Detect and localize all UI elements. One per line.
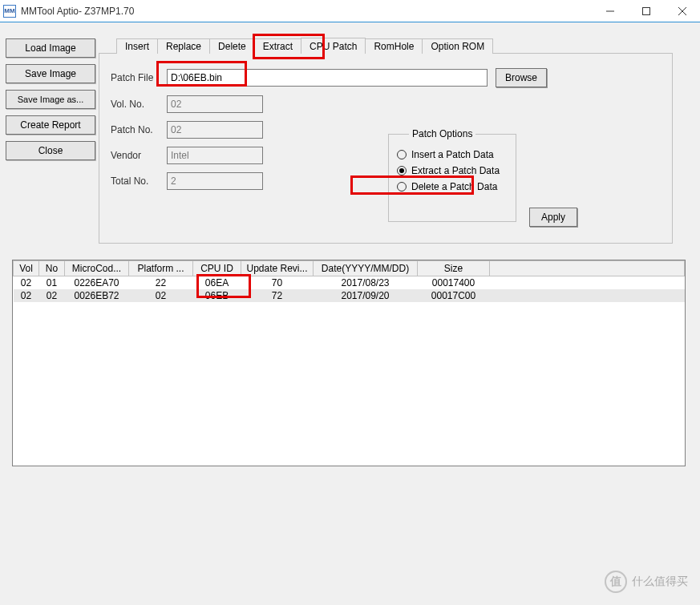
vol-no-label: Vol. No. (111, 99, 167, 110)
vol-no-input (167, 95, 263, 113)
create-report-button[interactable]: Create Report (6, 115, 95, 135)
browse-button[interactable]: Browse (496, 68, 547, 87)
vendor-input (167, 147, 263, 164)
watermark-icon: 值 (605, 571, 627, 593)
table-header-row: Vol No MicroCod... Platform ... CPU ID U… (14, 261, 685, 276)
save-image-as-button[interactable]: Save Image as... (6, 90, 95, 109)
col-platform[interactable]: Platform ... (129, 261, 193, 276)
col-date[interactable]: Date(YYYY/MM/DD) (314, 261, 418, 276)
total-no-label: Total No. (111, 175, 167, 187)
apply-button[interactable]: Apply (529, 208, 577, 227)
radio-delete-patch[interactable]: Delete a Patch Data (397, 181, 508, 192)
watermark-text: 什么值得买 (632, 575, 688, 589)
patch-file-input[interactable] (167, 69, 488, 87)
radio-extract-patch[interactable]: Extract a Patch Data (397, 165, 508, 176)
tab-insert[interactable]: Insert (116, 38, 158, 54)
radio-icon (397, 150, 407, 159)
patch-options-legend: Patch Options (409, 128, 475, 139)
col-cpuid[interactable]: CPU ID (193, 261, 241, 276)
client-area: Load Image Save Image Save Image as... C… (0, 22, 700, 605)
app-icon: MM (3, 5, 16, 18)
patch-no-label: Patch No. (111, 124, 167, 135)
sidebar: Load Image Save Image Save Image as... C… (6, 38, 95, 160)
total-no-input (167, 172, 263, 190)
col-vol[interactable]: Vol (14, 261, 39, 276)
vendor-label: Vendor (111, 150, 167, 161)
table-row[interactable]: 02020026EB720206EB722017/09/2000017C00 (14, 289, 685, 302)
maximize-button[interactable] (628, 0, 664, 22)
svg-rect-1 (642, 7, 649, 14)
watermark: 值 什么值得买 (605, 571, 688, 593)
patch-no-input (167, 121, 263, 139)
patch-table[interactable]: Vol No MicroCod... Platform ... CPU ID U… (12, 260, 686, 466)
tab-delete[interactable]: Delete (209, 38, 255, 54)
radio-insert-patch[interactable]: Insert a Patch Data (397, 149, 508, 160)
tab-cpu-patch[interactable]: CPU Patch (301, 38, 366, 54)
col-update-rev[interactable]: Update Revi... (241, 261, 314, 276)
col-no[interactable]: No (39, 261, 65, 276)
patch-file-label: Patch File (111, 72, 167, 83)
title-bar: MM MMTool Aptio- Z37MP1.70 (0, 0, 700, 22)
close-button[interactable]: Close (6, 141, 95, 160)
close-window-button[interactable] (664, 0, 700, 22)
load-image-button[interactable]: Load Image (6, 38, 95, 58)
col-size[interactable]: Size (418, 261, 490, 276)
patch-options-group: Patch Options Insert a Patch Data Extrac… (388, 134, 516, 222)
col-spacer (490, 261, 685, 276)
tab-replace[interactable]: Replace (157, 38, 210, 54)
tab-strip: Insert Replace Delete Extract CPU Patch … (116, 38, 492, 54)
minimize-button[interactable] (592, 0, 628, 22)
tab-romhole[interactable]: RomHole (365, 38, 423, 54)
save-image-button[interactable]: Save Image (6, 64, 95, 83)
radio-icon (397, 182, 407, 192)
tab-option-rom[interactable]: Option ROM (422, 38, 493, 54)
col-microcode[interactable]: MicroCod... (65, 261, 129, 276)
window-title: MMTool Aptio- Z37MP1.70 (21, 6, 592, 17)
tab-panel: Patch File Browse Vol. No. Patch No. Ven… (99, 53, 673, 244)
tab-extract[interactable]: Extract (254, 38, 301, 54)
table-row[interactable]: 02010226EA702206EA702017/08/2300017400 (14, 276, 685, 289)
radio-icon (397, 166, 407, 175)
